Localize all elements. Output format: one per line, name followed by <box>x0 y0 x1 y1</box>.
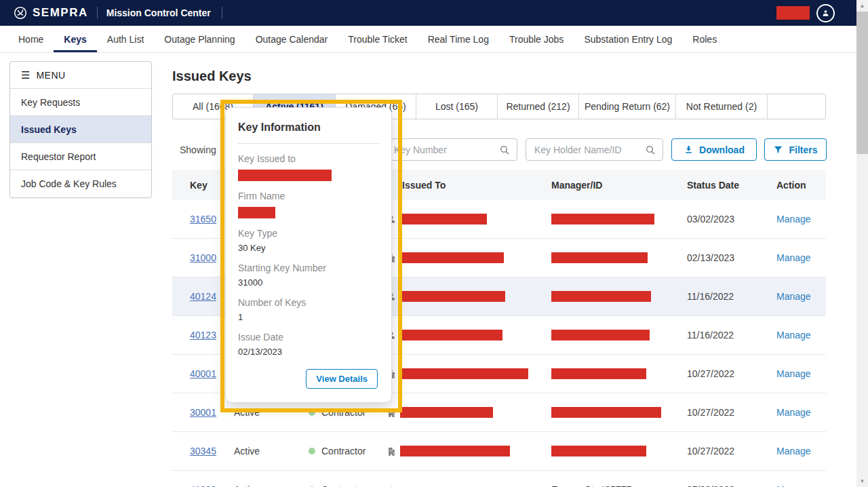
redacted-manager <box>551 368 646 379</box>
manage-link[interactable]: Manage <box>776 446 811 456</box>
field-label: Key Type <box>238 228 379 239</box>
showing-label: Showing <box>180 144 216 155</box>
manage-link[interactable]: Manage <box>776 368 811 379</box>
nav-item-trouble-jobs[interactable]: Trouble Jobs <box>499 26 574 52</box>
manager-text: Emerg. Ctr #35777 <box>551 484 687 487</box>
key-link[interactable]: 31650 <box>190 214 216 225</box>
nav-item-roles[interactable]: Roles <box>682 26 727 52</box>
main-nav: Home Keys Auth List Outage Planning Outa… <box>0 26 856 53</box>
manage-link[interactable]: Manage <box>776 407 811 418</box>
holder-type-label: Contractor <box>321 446 366 456</box>
redacted-manager <box>551 446 646 456</box>
building-icon <box>387 446 400 456</box>
field-label: Key Issued to <box>238 153 379 164</box>
field-label: Starting Key Number <box>238 262 379 273</box>
key-link[interactable]: 40001 <box>190 368 216 379</box>
nav-item-real-time-log[interactable]: Real Time Log <box>418 26 499 52</box>
redacted-manager <box>551 330 650 340</box>
person-icon <box>821 9 830 18</box>
vertical-scrollbar[interactable]: ▲ ▼ <box>856 0 868 487</box>
redacted-manager <box>551 252 648 263</box>
manage-link[interactable]: Manage <box>776 252 811 263</box>
search-icon <box>499 144 510 155</box>
tab-pending-return[interactable]: Pending Return (62) <box>579 94 676 119</box>
brand-logo: SEMPRA <box>14 6 88 20</box>
field-value: 30 Key <box>238 243 379 253</box>
view-details-button[interactable]: View Details <box>306 369 378 389</box>
key-link[interactable]: 30001 <box>190 407 216 418</box>
scroll-up-arrow[interactable]: ▲ <box>856 0 868 12</box>
status-date: 03/02/2023 <box>687 214 776 225</box>
sidebar: ☰ MENU Key Requests Issued Keys Requesto… <box>9 61 152 198</box>
redacted-issued-to <box>400 368 528 379</box>
nav-item-outage-calendar[interactable]: Outage Calendar <box>245 26 338 52</box>
status-dot <box>309 409 315 416</box>
col-header-manager: Manager/ID <box>551 180 687 191</box>
redacted-firm-name <box>238 207 275 218</box>
download-button[interactable]: Download <box>671 138 757 161</box>
redacted-issued-to <box>400 446 510 456</box>
redacted-manager <box>551 291 651 302</box>
status-date: 10/27/2022 <box>687 446 776 456</box>
redacted-issued-to <box>400 252 504 263</box>
sidebar-item-key-requests[interactable]: Key Requests <box>10 89 151 116</box>
top-header: SEMPRA Mission Control Center <box>0 0 856 26</box>
redacted-issued-to <box>400 291 505 302</box>
holder-type-label: Contractor <box>321 407 366 418</box>
field-label: Issue Date <box>238 332 379 343</box>
nav-item-keys[interactable]: Keys <box>54 26 96 52</box>
key-number-input[interactable] <box>386 144 499 155</box>
key-link[interactable]: 40123 <box>190 330 216 340</box>
header-divider <box>222 7 222 19</box>
field-value: 1 <box>238 312 379 322</box>
field-label: Number of Keys <box>238 297 379 308</box>
status-date: 07/03/2022 <box>687 484 776 487</box>
building-icon <box>387 408 400 418</box>
manage-link[interactable]: Manage <box>776 330 811 340</box>
download-label: Download <box>699 144 745 155</box>
nav-item-outage-planning[interactable]: Outage Planning <box>154 26 245 52</box>
tab-not-returned[interactable]: Not Returned (2) <box>676 94 768 119</box>
sidebar-item-job-code-key-rules[interactable]: Job Code & Key Rules <box>10 170 151 197</box>
key-link[interactable]: 41000 <box>190 484 216 487</box>
nav-item-home[interactable]: Home <box>8 26 54 52</box>
manage-link[interactable]: Manage <box>776 291 811 302</box>
sidebar-item-issued-keys[interactable]: Issued Keys <box>10 116 151 143</box>
status-date: 10/27/2022 <box>687 368 776 379</box>
filters-button[interactable]: Filters <box>764 138 827 161</box>
field-value: 31000 <box>238 277 379 288</box>
redacted-username <box>776 6 810 20</box>
col-header-status-date: Status Date <box>687 180 776 191</box>
user-avatar-button[interactable] <box>816 4 835 22</box>
tab-returned[interactable]: Returned (212) <box>498 94 579 119</box>
manage-link[interactable]: Manage <box>776 214 811 225</box>
sidebar-item-requestor-report[interactable]: Requestor Report <box>10 143 151 170</box>
key-link[interactable]: 30345 <box>190 446 216 456</box>
scroll-down-arrow[interactable]: ▼ <box>856 475 868 487</box>
status-date: 11/16/2022 <box>687 291 776 302</box>
person-icon <box>387 485 400 487</box>
redacted-manager <box>551 407 661 418</box>
nav-item-auth-list[interactable]: Auth List <box>97 26 154 52</box>
nav-item-substation-entry-log[interactable]: Substation Entry Log <box>574 26 682 52</box>
key-holder-input[interactable] <box>526 144 645 155</box>
status-date: 02/13/2023 <box>687 252 776 263</box>
redacted-key-issued-to <box>238 170 332 181</box>
field-value: 02/13/2023 <box>238 347 379 357</box>
sidebar-menu-toggle[interactable]: ☰ MENU <box>10 62 151 89</box>
key-link[interactable]: 40124 <box>190 291 216 302</box>
key-information-popover: Key Information Key Issued to Firm Name … <box>225 107 392 403</box>
scrollbar-thumb[interactable] <box>856 12 868 154</box>
tab-filler <box>768 94 825 119</box>
status-text: Active <box>234 484 309 487</box>
status-text: Active <box>234 407 309 418</box>
manage-link[interactable]: Manage <box>776 484 811 487</box>
redacted-manager <box>551 214 654 225</box>
sidebar-menu-label: MENU <box>36 70 65 81</box>
nav-item-trouble-ticket[interactable]: Trouble Ticket <box>338 26 417 52</box>
popover-title: Key Information <box>238 120 379 134</box>
key-link[interactable]: 31000 <box>190 252 216 263</box>
page-title: Issued Keys <box>172 69 252 84</box>
tab-lost[interactable]: Lost (165) <box>416 94 498 119</box>
filter-icon <box>773 144 783 155</box>
